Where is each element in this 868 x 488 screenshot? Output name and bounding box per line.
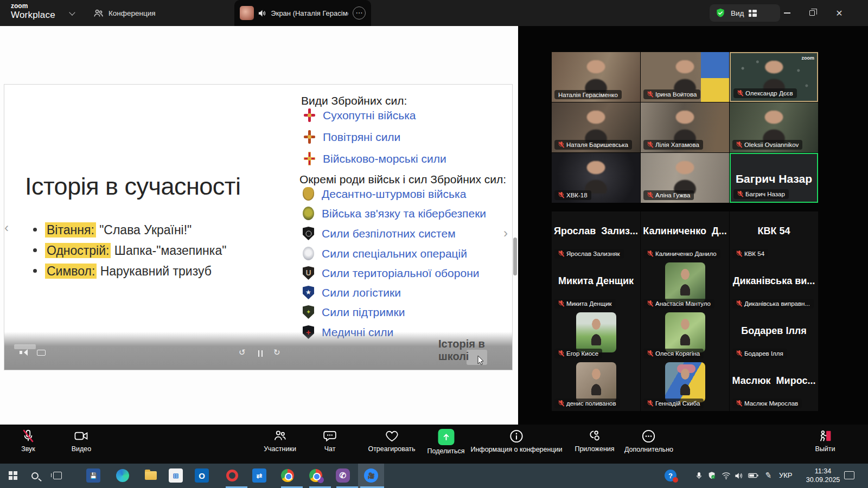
apps-button[interactable]: Дополнительно Приложения <box>575 429 614 453</box>
name-tag: Ярослав Зализняк <box>554 249 624 259</box>
slide-link-row: Війська зв'язку та кібербезпеки <box>303 207 486 220</box>
tab-more-button[interactable]: ⋯ <box>353 7 366 20</box>
name-tag: Анастасія Мантуло <box>643 299 714 309</box>
share-button[interactable]: Поделиться <box>427 429 464 455</box>
video-tile[interactable]: zoom Олександр Дєєв <box>730 52 818 102</box>
scrollbar-thumb[interactable] <box>513 237 517 275</box>
slide-link-row: U Сили територіальної оборони <box>303 266 479 280</box>
avatar <box>665 262 705 303</box>
chevron-down-icon[interactable] <box>69 9 75 15</box>
logo-zoom-text: zoom <box>11 3 55 10</box>
conference-tab-label: Конференция <box>108 9 156 17</box>
logo-workplace-text: Workplace <box>11 10 55 21</box>
participant-card[interactable]: Диканівська ви... Диканівська виправн... <box>730 261 818 311</box>
player-captions-icon <box>37 350 46 356</box>
participant-card[interactable]: Бодарев Ілля Бодарев Ілля <box>730 311 818 361</box>
logistics-emblem-icon: ★ <box>303 286 314 299</box>
slide-link: Війська зв'язку та кібербезпеки <box>322 207 486 220</box>
zoom-workplace-logo: zoom Workplace <box>11 3 55 21</box>
signal-cyber-emblem-icon <box>303 207 314 220</box>
player-volume-icon <box>20 349 29 356</box>
task-view-button[interactable] <box>50 468 65 483</box>
slide-bullet: Однострій: Шапка-"мазепинка" <box>45 243 226 258</box>
start-button[interactable] <box>5 468 21 483</box>
screen-tab-label: Экран (Наталія Герасіменко <box>271 9 348 17</box>
chat-button[interactable]: Чат <box>323 429 337 453</box>
audio-button[interactable]: Звук <box>21 429 35 453</box>
taskbar-app-opera[interactable] <box>225 468 240 483</box>
taskbar-app-store[interactable]: ⊞ <box>168 468 183 483</box>
name-tag: денис поливанов <box>554 399 620 408</box>
participant-card[interactable]: Ярослав Зализ... Ярослав Зализняк <box>552 211 640 261</box>
participant-card[interactable]: денис поливанов <box>552 361 640 411</box>
restore-button[interactable] <box>800 0 825 26</box>
meeting-toolbar: Звук Видео Участники 21 Чат Отреагироват… <box>0 425 868 464</box>
mic-muted-icon <box>558 192 564 199</box>
close-button[interactable]: ✕ <box>827 0 852 26</box>
taskbar-app-chrome[interactable] <box>280 468 295 483</box>
more-ellipsis-icon <box>642 429 656 444</box>
leave-button[interactable]: Выйти <box>815 429 835 453</box>
view-label: Вид <box>731 9 744 17</box>
taskbar-app-viber[interactable]: ✆ <box>335 468 350 483</box>
slide-link: Сили підтримки <box>322 306 405 319</box>
video-tile[interactable]: Наталія Герасіменко <box>552 52 640 102</box>
video-tile[interactable]: Ірина Войтова <box>641 52 729 102</box>
taskbar-app-explorer[interactable] <box>143 468 158 483</box>
slide-link-row: Військово-морські сили <box>304 152 446 165</box>
mic-muted-icon <box>647 91 653 98</box>
tray-notifications-icon[interactable] <box>844 471 854 479</box>
participant-card[interactable]: Егор Киосе <box>552 311 640 361</box>
taskbar-app-document[interactable]: 💾 <box>86 468 101 483</box>
taskbar-app-teamviewer[interactable]: ⇄ <box>252 468 267 483</box>
participant-card[interactable]: Анастасія Мантуло <box>641 261 729 311</box>
video-tile[interactable]: Наталя Баришевська <box>552 102 640 152</box>
participant-card[interactable]: Олеся Корягіна <box>641 311 729 361</box>
participants-button[interactable]: Участники <box>264 429 296 453</box>
slide-heading-branches: Види Збройних сил: <box>301 94 407 107</box>
tray-help-icon[interactable]: ? <box>663 468 678 483</box>
minimize-button[interactable] <box>775 0 800 26</box>
tab-conference[interactable]: Конференция <box>93 0 156 26</box>
name-tag: Егор Киосе <box>554 349 602 358</box>
mic-muted-icon <box>647 192 653 199</box>
video-tile[interactable]: ХВК-18 <box>552 153 640 203</box>
tray-security-icon[interactable] <box>704 468 719 483</box>
avatar <box>665 312 705 352</box>
tray-language-indicator[interactable]: УКР <box>779 471 793 479</box>
participant-card[interactable]: Микита Денщик Микита Денщик <box>552 261 640 311</box>
chat-icon <box>323 429 337 443</box>
tray-pen-icon[interactable]: ✎ <box>761 468 776 483</box>
taskbar-app-edge[interactable] <box>115 468 130 483</box>
slide-link-row: Повітряні сили <box>304 130 400 144</box>
people-icon <box>93 9 104 18</box>
more-button[interactable]: Дополнительно <box>624 429 673 453</box>
video-tile[interactable]: Аліна Гужва <box>641 153 729 203</box>
view-menu[interactable]: Вид <box>710 4 780 22</box>
taskbar-app-outlook[interactable]: O <box>194 468 209 483</box>
search-button[interactable] <box>27 468 42 483</box>
video-button[interactable]: Видео <box>72 429 92 453</box>
layout-grid-icon <box>749 10 757 17</box>
taskbar-app-zoom[interactable]: 🎥 <box>363 468 379 483</box>
mic-muted-icon <box>736 350 742 357</box>
tray-clock[interactable]: 11:34 30.09.2025 <box>802 467 844 484</box>
video-tile[interactable]: Oleksii Ovsiannikov <box>730 102 818 152</box>
avatar <box>576 362 616 402</box>
tab-screen-share[interactable]: Экран (Наталія Герасіменко ⋯ <box>234 0 371 26</box>
meeting-info-button[interactable]: Информация о конференции <box>470 429 562 453</box>
video-tile[interactable]: Лілія Хатамова <box>641 102 729 152</box>
participant-card[interactable]: Геннадій Скиба <box>641 361 729 411</box>
tray-volume-icon[interactable] <box>731 468 746 483</box>
participant-card[interactable]: Маслюк Мирос... Маслюк Мирослав <box>730 361 818 411</box>
participant-card[interactable]: КВК 54 КВК 54 <box>730 211 818 261</box>
slide-heading-arms: Окремі роди військ і сил Збройних сил: <box>299 173 506 186</box>
mic-muted-icon <box>647 251 653 258</box>
participant-card[interactable]: Калиниченко Д... Калиниченко Данило <box>641 211 729 261</box>
react-button[interactable]: Отреагировать <box>368 429 415 453</box>
taskbar-app-chrome-2[interactable] <box>308 468 323 483</box>
video-tile-active[interactable]: Багрич Назар Багрич Назар <box>730 153 818 203</box>
presentation-slide: Історія в сучасності Вітання: "Слава Укр… <box>4 84 513 370</box>
tray-battery-icon[interactable] <box>745 468 761 483</box>
name-tag: Наталія Герасіменко <box>554 90 622 99</box>
